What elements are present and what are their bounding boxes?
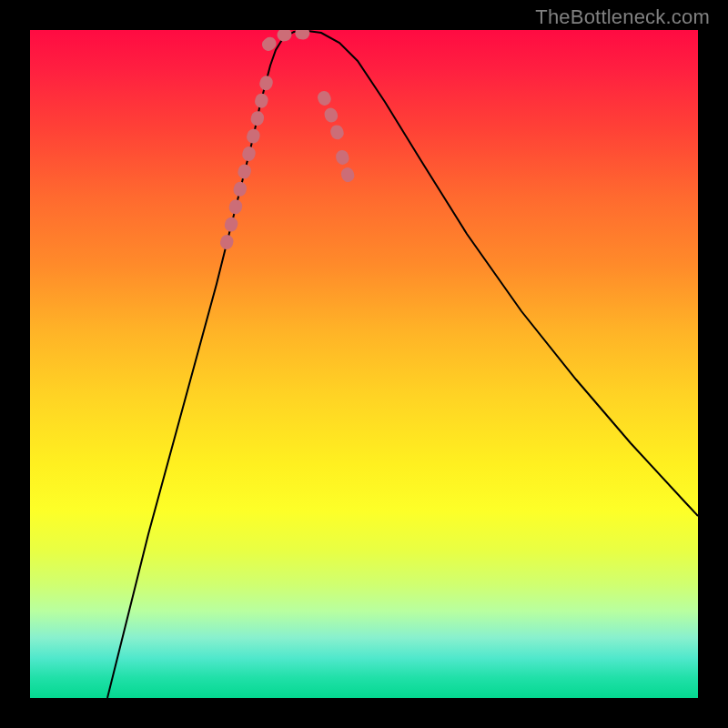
chart-frame: TheBottleneck.com <box>0 0 728 728</box>
watermark-text: TheBottleneck.com <box>535 5 710 29</box>
chart-plot-area <box>30 30 698 698</box>
